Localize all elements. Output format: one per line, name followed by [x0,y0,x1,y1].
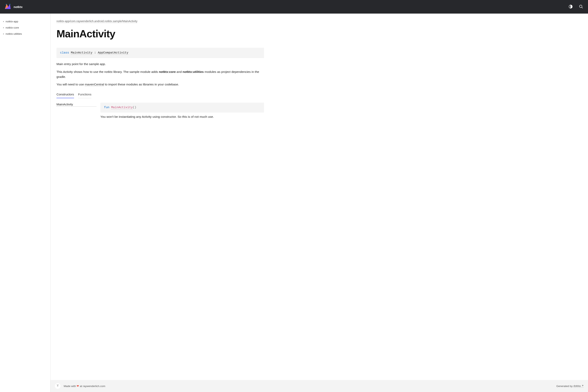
content: notktx-app/com.raywenderlich.android.not… [50,14,270,380]
breadcrumb-link[interactable]: com.raywenderlich.android.notktx.sample [70,20,122,23]
parent-class-link[interactable]: AppCompatActivity [98,51,128,55]
chevron-right-icon [3,27,4,28]
header-left: notktx [4,2,22,11]
svg-marker-8 [57,385,58,386]
page-title: MainActivity [56,28,264,40]
search-icon [579,4,583,10]
project-title: notktx [14,5,22,8]
breadcrumb: notktx-app/com.raywenderlich.android.not… [56,20,264,23]
tab-constructors[interactable]: Constructors [56,92,74,98]
sidebar-item-label: notktx-app [6,20,18,23]
parens: () [133,106,136,109]
constructor-name-link[interactable]: MainActivity [111,106,133,110]
dokka-link[interactable]: dokka [574,384,584,388]
footer-attribution: Made with ❤ at raywenderlich.com [64,384,106,388]
breadcrumb-link[interactable]: notktx-app [56,20,70,23]
sidebar-item-notktx-utilities[interactable]: notktx-utilities [0,31,50,37]
sidebar-item-label: notktx-core [6,26,19,29]
scroll-to-top-button[interactable] [55,383,60,389]
heart-icon: ❤ [77,384,79,388]
constructor-signature: fun MainActivity() [100,102,264,112]
class-signature: class MainActivity : AppCompatActivity [56,48,264,58]
keyword-class: class [60,51,69,54]
footer-right: Generated by dokka [556,384,584,388]
header-right [568,4,584,10]
svg-point-5 [580,5,582,8]
description-p3: You will need to use mavenCentral to imp… [56,82,264,87]
top-arrow-icon [56,384,59,388]
keyword-fun: fun [104,106,110,109]
header: notktx [0,0,588,14]
sidebar-item-notktx-core[interactable]: notktx-core [0,24,50,31]
class-name-link[interactable]: MainActivity [71,51,92,55]
search-button[interactable] [578,4,584,10]
description-p1: Main entry point for the sample app. [56,62,264,67]
member-row: MainActivity fun MainActivity() You won'… [56,102,264,118]
signature-separator: : [92,51,98,54]
member-detail: fun MainActivity() You won't be instanti… [100,102,264,118]
svg-line-6 [582,7,583,8]
main: notktx-app/com.raywenderlich.android.not… [50,14,588,392]
mavencentral-link[interactable]: mavenCentral [85,83,104,86]
chevron-right-icon [3,33,4,34]
theme-toggle-button[interactable] [568,4,574,10]
contrast-icon [568,4,573,10]
tab-functions[interactable]: Functions [78,92,92,98]
sidebar-item-label: notktx-utilities [6,32,22,35]
description-p2: This Activity shows how to use the notkt… [56,70,264,80]
breadcrumb-link[interactable]: MainActivity [122,20,138,23]
member-name-link[interactable]: MainActivity [56,102,96,106]
external-link-icon [582,384,584,388]
layout: notktx-app notktx-core notktx-utilities … [0,14,588,392]
sidebar: notktx-app notktx-core notktx-utilities [0,14,50,392]
tabs: Constructors Functions [56,92,264,98]
svg-point-2 [6,4,6,5]
footer: Made with ❤ at raywenderlich.com Generat… [50,380,588,392]
chevron-right-icon [3,21,4,22]
kodeco-logo-icon [4,2,12,11]
svg-point-3 [10,4,10,5]
description: Main entry point for the sample app. Thi… [56,62,264,87]
member-description: You won't be instantiating any Activity … [100,115,264,118]
svg-line-9 [582,385,583,386]
footer-left: Made with ❤ at raywenderlich.com [55,383,106,389]
sidebar-item-notktx-app[interactable]: notktx-app [0,18,50,24]
